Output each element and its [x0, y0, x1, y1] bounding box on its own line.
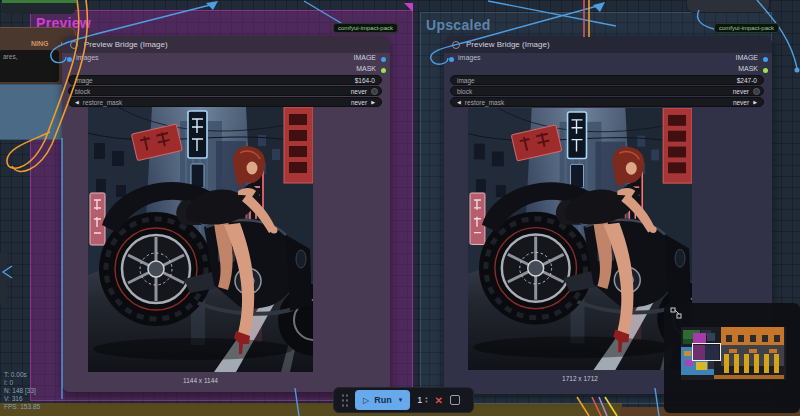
- input-dot-images[interactable]: [449, 57, 454, 62]
- widget-image-value: $164-0: [355, 77, 375, 84]
- debug-line: FPS: 153.85: [4, 403, 40, 411]
- minimap-panel[interactable]: [664, 303, 800, 413]
- play-icon: ▷: [363, 396, 369, 405]
- widget-image[interactable]: image $247-0: [450, 75, 764, 85]
- widget-block-label: block: [75, 88, 90, 95]
- clipped-node-green[interactable]: [2, 0, 76, 14]
- minimap-block: [696, 362, 707, 370]
- widget-restore-mask[interactable]: ◀ restore_mask never ▶: [68, 97, 382, 107]
- minimap-block: [762, 335, 768, 342]
- node-graph-canvas[interactable]: Preview Upscaled NING ares, Preview Brid…: [0, 0, 800, 416]
- minimap-block: [726, 335, 732, 342]
- debug-line: I: 0: [4, 379, 40, 387]
- run-button-label: Run: [374, 395, 392, 405]
- widget-image[interactable]: image $164-0: [68, 75, 382, 85]
- output-dot-image[interactable]: [763, 57, 768, 62]
- arrow-left-icon[interactable]: ◀: [75, 100, 79, 105]
- widget-restore-mask-value: never: [351, 99, 367, 106]
- output-label-mask: MASK: [738, 65, 758, 72]
- clipped-node-brown-textbox[interactable]: ares,: [0, 50, 59, 82]
- preview-image-left[interactable]: [88, 107, 313, 372]
- input-label-images: images: [76, 54, 99, 61]
- toggle-knob-icon[interactable]: [371, 88, 378, 95]
- run-button[interactable]: ▷ Run ▾: [355, 390, 410, 410]
- widget-image-label: image: [457, 77, 475, 84]
- minimap-block: [744, 354, 749, 373]
- minimap-block: [684, 351, 691, 356]
- widget-block[interactable]: block never: [450, 86, 764, 96]
- clipped-textbox-text: ares,: [3, 53, 17, 60]
- minimap-block: [729, 349, 737, 353]
- clipped-node-brown-title: NING: [31, 40, 49, 47]
- drag-handle-icon[interactable]: [341, 393, 348, 407]
- output-dot-mask[interactable]: [763, 68, 768, 73]
- output-dot-image[interactable]: [381, 57, 386, 62]
- widget-restore-mask-value: never: [733, 99, 749, 106]
- collapse-dot-icon[interactable]: [452, 41, 460, 49]
- minimap-block: [707, 333, 715, 341]
- minimap-viewport[interactable]: [692, 343, 721, 361]
- node-left-header[interactable]: Preview Bridge (Image): [62, 36, 390, 53]
- arrow-right-icon[interactable]: ▶: [371, 100, 375, 105]
- node-badge-impact-pack-right: comfyui-impact-pack: [714, 23, 779, 33]
- clipped-node-topright[interactable]: [686, 0, 770, 13]
- minimap-block: [774, 335, 780, 342]
- minimap-block: [774, 354, 779, 373]
- image-size-caption-right: 1712 x 1712: [468, 375, 692, 382]
- node-badge-impact-pack-left: comfyui-impact-pack: [333, 23, 398, 33]
- debug-stats-overlay: T: 0.00s I: 0 N: 148 [33] V: 316 FPS: 15…: [4, 371, 40, 411]
- bike-artwork: [468, 108, 692, 370]
- toggle-knob-icon[interactable]: [753, 88, 760, 95]
- batch-count-stepper[interactable]: 1 ▴ ▾: [417, 395, 427, 405]
- batch-count-value[interactable]: 1: [417, 395, 422, 405]
- widget-block-value: never: [733, 88, 749, 95]
- clipped-node-blue[interactable]: [0, 84, 66, 140]
- debug-line: N: 148 [33]: [4, 387, 40, 395]
- widget-restore-mask-label: restore_mask: [465, 99, 504, 106]
- minimap-block: [734, 354, 739, 373]
- input-dot-images[interactable]: [67, 57, 72, 62]
- widget-restore-mask[interactable]: ◀ restore_mask never ▶: [450, 97, 764, 107]
- minimap-icon: [670, 307, 682, 319]
- image-size-caption-left: 1144 x 1144: [88, 377, 313, 384]
- output-label-mask: MASK: [356, 65, 376, 72]
- minimap-block: [754, 354, 759, 373]
- node-right-header[interactable]: Preview Bridge (Image): [444, 36, 772, 53]
- clipped-node-green-header: [2, 0, 76, 3]
- minimap-block: [708, 360, 714, 369]
- arrow-left-icon[interactable]: ◀: [457, 100, 461, 105]
- collapse-dot-icon[interactable]: [70, 41, 78, 49]
- minimap-block: [724, 354, 729, 373]
- minimap-block: [714, 375, 784, 379]
- debug-line: T: 0.00s: [4, 371, 40, 379]
- stop-button[interactable]: [450, 395, 460, 405]
- bike-artwork: [88, 107, 313, 372]
- input-label-images: images: [458, 54, 481, 61]
- minimap-block: [764, 354, 769, 373]
- node-left-title: Preview Bridge (Image): [84, 40, 168, 49]
- cancel-button[interactable]: ✕: [434, 395, 442, 406]
- debug-line: V: 316: [4, 395, 40, 403]
- node-right-title: Preview Bridge (Image): [466, 40, 550, 49]
- stepper-down-icon[interactable]: ▾: [425, 400, 427, 405]
- offscreen-node-fragment: [0, 253, 7, 305]
- run-toolbar[interactable]: ▷ Run ▾ 1 ▴ ▾ ✕: [333, 387, 474, 413]
- widget-image-label: image: [75, 77, 93, 84]
- minimap-block: [769, 349, 777, 353]
- node-preview-bridge-left[interactable]: Preview Bridge (Image) images IMAGE MASK…: [62, 36, 390, 392]
- chevron-down-icon[interactable]: ▾: [399, 396, 403, 404]
- output-label-image: IMAGE: [353, 54, 376, 61]
- minimap-block: [738, 335, 744, 342]
- minimap-content[interactable]: [681, 327, 786, 380]
- arrow-right-icon[interactable]: ▶: [753, 100, 757, 105]
- minimap-block: [749, 349, 757, 353]
- widget-block-value: never: [351, 88, 367, 95]
- preview-image-right[interactable]: [468, 108, 692, 370]
- widget-restore-mask-label: restore_mask: [83, 99, 122, 106]
- output-label-image: IMAGE: [735, 54, 758, 61]
- widget-block[interactable]: block never: [68, 86, 382, 96]
- widget-block-label: block: [457, 88, 472, 95]
- output-dot-mask[interactable]: [381, 68, 386, 73]
- group-preview-fold: [404, 3, 413, 12]
- minimap-block: [750, 335, 756, 342]
